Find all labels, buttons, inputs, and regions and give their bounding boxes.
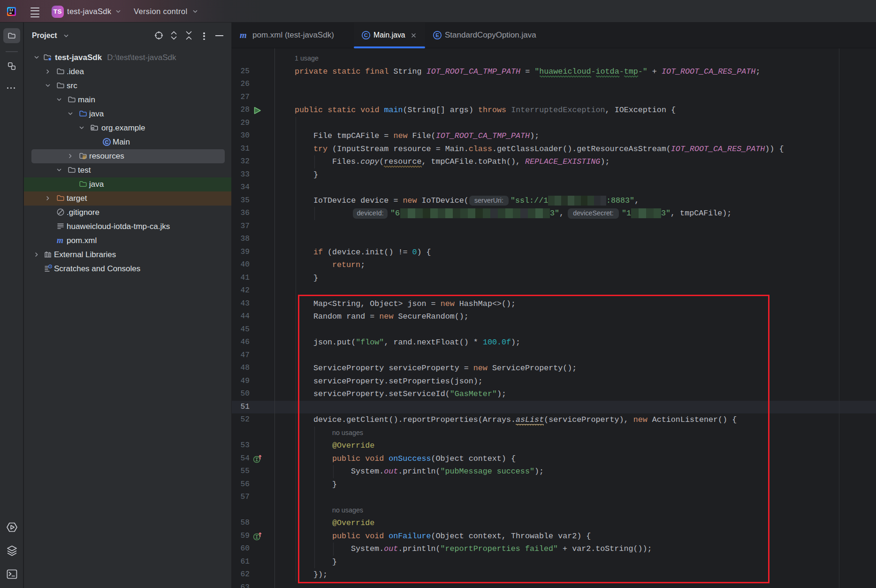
svg-text:E: E (435, 32, 439, 38)
svg-text:C: C (105, 139, 109, 145)
svg-text:C: C (364, 32, 368, 38)
